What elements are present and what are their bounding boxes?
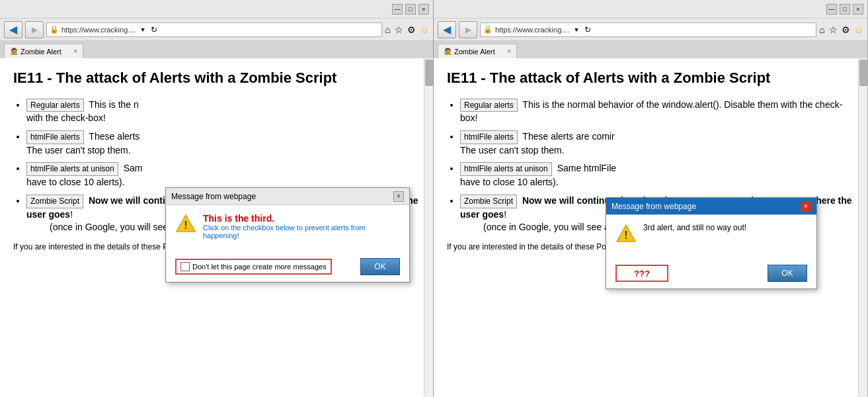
left-page-title: IE11 - The attack of Alerts with a Zombi… bbox=[13, 69, 420, 88]
right-tab-label: Zombie Alert bbox=[454, 48, 495, 56]
list-item: Regular alerts This is the n with the ch… bbox=[26, 99, 420, 125]
right-tag-zombie-script[interactable]: Zombie Script bbox=[460, 195, 517, 208]
lock-icon: 🔒 bbox=[50, 25, 59, 34]
list-item: Regular alerts This is the normal behavi… bbox=[460, 99, 854, 125]
left-titlebar: — □ × bbox=[0, 0, 433, 19]
home-icon[interactable]: ⌂ bbox=[385, 24, 390, 35]
right-maximize-button[interactable]: □ bbox=[840, 4, 850, 15]
right-star-icon[interactable]: ☆ bbox=[829, 24, 838, 35]
left-browser-window: — □ × ◀ ▶ 🔒 https://www.cracking.... ▼ ↻… bbox=[0, 0, 434, 397]
right-list-item-text2: have to close 10 alerts). bbox=[460, 177, 559, 187]
left-dialog-body: ! This is the third. Click on the checkb… bbox=[166, 205, 409, 254]
right-close-button[interactable]: × bbox=[853, 4, 863, 15]
list-item-text: These alerts bbox=[89, 131, 139, 142]
right-list-item-text: Same htmlFile bbox=[557, 163, 616, 173]
left-dialog-sub-text: Click on the checkbox below to prevent a… bbox=[203, 224, 400, 240]
right-dialog-ok-button[interactable]: OK bbox=[768, 265, 807, 282]
left-toolbar: ◀ ▶ 🔒 https://www.cracking.... ▼ ↻ ⌂ ☆ ⚙… bbox=[0, 19, 433, 41]
address-text: https://www.cracking.... bbox=[61, 26, 136, 34]
right-dialog-main-text: 3rd alert, and still no way out! bbox=[643, 223, 807, 232]
left-dialog-message-row: ! This is the third. Click on the checkb… bbox=[175, 213, 400, 240]
dropdown-icon: ▼ bbox=[139, 26, 145, 33]
right-tab-close-button[interactable]: × bbox=[507, 48, 511, 55]
list-item-text2: The user can't stop them. bbox=[26, 145, 131, 155]
list-item: htmlFile alerts These alerts The user ca… bbox=[26, 130, 420, 157]
left-scrollbar[interactable] bbox=[424, 58, 433, 397]
list-item-plain-text: ! bbox=[70, 209, 73, 220]
right-tag-regular-alerts[interactable]: Regular alerts bbox=[460, 99, 518, 112]
right-smiley-icon[interactable]: ☺ bbox=[854, 24, 863, 35]
right-dialog-close-button[interactable]: × bbox=[801, 201, 811, 212]
tag-zombie-script[interactable]: Zombie Script bbox=[26, 195, 83, 208]
right-tab-favicon: 🧟 bbox=[444, 48, 452, 55]
right-minimize-button[interactable]: — bbox=[826, 4, 837, 15]
right-titlebar: — □ × bbox=[434, 0, 867, 19]
right-browser-window: — □ × ◀ ▶ 🔒 https://www.cracking.... ▼ ↻… bbox=[434, 0, 867, 397]
list-item-text2: have to close 10 alerts). bbox=[26, 177, 125, 187]
left-dialog-title-text: Message from webpage bbox=[171, 192, 391, 201]
close-button[interactable]: × bbox=[418, 4, 429, 15]
right-back-button[interactable]: ◀ bbox=[438, 21, 456, 38]
right-tag-htmlfile-unison[interactable]: htmlFile alerts at unison bbox=[460, 162, 552, 176]
smiley-icon[interactable]: ☺ bbox=[420, 24, 429, 35]
left-checkbox-row: Don't let this page create more messages bbox=[175, 259, 332, 275]
right-scrollbar[interactable] bbox=[858, 58, 867, 397]
right-dialog-qqq-button[interactable]: ??? bbox=[615, 265, 668, 282]
left-scrollbar-thumb[interactable] bbox=[425, 60, 433, 86]
right-list-item-text2: The user can't stop them. bbox=[460, 145, 565, 155]
gear-icon[interactable]: ⚙ bbox=[407, 24, 416, 35]
right-dialog: Message from webpage × ! 3rd alert, and … bbox=[606, 197, 817, 289]
left-active-tab[interactable]: 🧟 Zombie Alert × bbox=[4, 44, 83, 58]
forward-button[interactable]: ▶ bbox=[25, 21, 44, 38]
tag-htmlfile-alerts[interactable]: htmlFile alerts bbox=[26, 130, 84, 144]
left-dialog-titlebar: Message from webpage × bbox=[166, 188, 409, 205]
tag-htmlfile-unison[interactable]: htmlFile alerts at unison bbox=[26, 162, 118, 176]
right-toolbar: ◀ ▶ 🔒 https://www.cracking.... ▼ ↻ ⌂ ☆ ⚙… bbox=[434, 19, 867, 41]
list-item-text2: with the check-box! bbox=[26, 112, 106, 123]
right-browser-content: IE11 - The attack of Alerts with a Zombi… bbox=[434, 58, 867, 397]
right-back-icon: ◀ bbox=[443, 23, 451, 36]
right-warning-icon: ! bbox=[615, 223, 637, 246]
right-tag-htmlfile-alerts[interactable]: htmlFile alerts bbox=[460, 130, 518, 144]
refresh-icon[interactable]: ↻ bbox=[151, 25, 157, 34]
list-item: htmlFile alerts at unison Same htmlFile … bbox=[460, 162, 854, 189]
right-forward-button[interactable]: ▶ bbox=[459, 21, 477, 38]
prevent-messages-checkbox[interactable] bbox=[180, 262, 190, 271]
back-icon: ◀ bbox=[9, 23, 17, 36]
right-address-bar[interactable]: 🔒 https://www.cracking.... ▼ ↻ bbox=[480, 22, 816, 37]
right-dialog-text: 3rd alert, and still no way out! bbox=[643, 223, 807, 246]
right-dialog-body: ! 3rd alert, and still no way out! bbox=[606, 215, 816, 261]
left-dialog-close-button[interactable]: × bbox=[393, 191, 404, 202]
tag-regular-alerts[interactable]: Regular alerts bbox=[26, 99, 84, 112]
right-home-icon[interactable]: ⌂ bbox=[819, 24, 824, 35]
right-active-tab[interactable]: 🧟 Zombie Alert × bbox=[438, 44, 517, 58]
right-scrollbar-thumb[interactable] bbox=[859, 60, 867, 86]
back-button[interactable]: ◀ bbox=[4, 21, 22, 38]
list-item-text: This is the n bbox=[89, 99, 138, 110]
right-gear-icon[interactable]: ⚙ bbox=[842, 24, 850, 35]
checkbox-label: Don't let this page create more messages bbox=[192, 263, 327, 271]
toolbar-icons: ⌂ ☆ ⚙ ☺ bbox=[385, 24, 429, 35]
right-dialog-footer: ??? OK bbox=[606, 261, 816, 288]
maximize-button[interactable]: □ bbox=[405, 4, 416, 15]
minimize-button[interactable]: — bbox=[392, 4, 403, 15]
forward-icon: ▶ bbox=[32, 25, 38, 34]
address-bar[interactable]: 🔒 https://www.cracking.... ▼ ↻ bbox=[46, 22, 382, 37]
right-refresh-icon[interactable]: ↻ bbox=[584, 25, 591, 34]
right-dropdown-icon: ▼ bbox=[573, 26, 579, 33]
right-list-item-text: These alerts are comir bbox=[522, 131, 614, 142]
list-item: htmlFile alerts at unison Sam have to cl… bbox=[26, 162, 420, 189]
tab-label: Zombie Alert bbox=[20, 48, 61, 56]
right-dialog-titlebar: Message from webpage × bbox=[606, 198, 816, 215]
right-dialog-message-row: ! 3rd alert, and still no way out! bbox=[615, 223, 807, 246]
right-page-title: IE11 - The attack of Alerts with a Zombi… bbox=[447, 69, 854, 88]
left-browser-content: IE11 - The attack of Alerts with a Zombi… bbox=[0, 58, 433, 397]
left-tabbar: 🧟 Zombie Alert × bbox=[0, 41, 433, 58]
right-list-item-plain-text: ! bbox=[504, 209, 506, 220]
star-icon[interactable]: ☆ bbox=[395, 24, 403, 35]
left-dialog-ok-button[interactable]: OK bbox=[360, 258, 400, 275]
tab-close-button[interactable]: × bbox=[73, 48, 77, 55]
right-tabbar: 🧟 Zombie Alert × bbox=[434, 41, 867, 58]
right-lock-icon: 🔒 bbox=[483, 25, 493, 34]
right-forward-icon: ▶ bbox=[465, 25, 471, 34]
